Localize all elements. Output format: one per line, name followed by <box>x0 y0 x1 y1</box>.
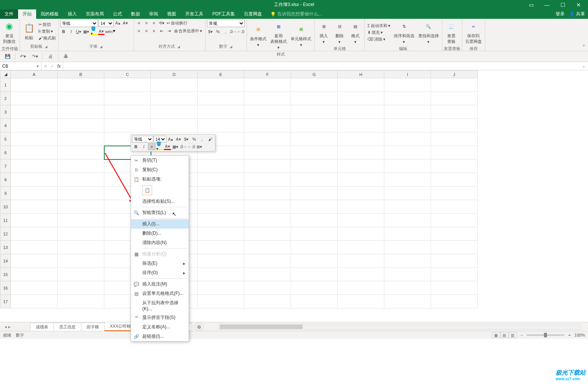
paste-button[interactable]: 📋 粘贴 <box>21 21 37 41</box>
row-header-11[interactable]: 11 <box>0 214 11 227</box>
mini-dec-decimal[interactable]: ←.0 <box>187 143 195 150</box>
sheet-tab-employees[interactable]: 员工信息 <box>53 323 81 331</box>
fill-button[interactable]: ⬇填充▾ <box>366 29 391 36</box>
menu-data[interactable]: 数据 <box>126 9 145 19</box>
menu-view[interactable]: 视图 <box>163 9 181 19</box>
phonetic-button[interactable]: wén <box>105 28 112 35</box>
context-filter[interactable]: 筛选(E)▶ <box>131 259 189 268</box>
print-preview-button[interactable]: 🖨 <box>46 52 55 61</box>
mini-font-name[interactable]: 等线 <box>132 136 153 143</box>
save-button[interactable]: 💾 <box>3 52 12 61</box>
font-name-select[interactable]: 等线 <box>60 20 98 27</box>
paste-option-default[interactable]: 📋 <box>142 185 152 195</box>
font-size-select[interactable]: 14 <box>99 20 114 27</box>
border-button[interactable]: ▦▾ <box>83 28 90 35</box>
row-header-17[interactable]: 17 <box>0 295 11 308</box>
align-center-button[interactable]: ≡ <box>143 27 150 34</box>
number-dialog-launcher[interactable]: ◢ <box>229 45 233 49</box>
italic-button[interactable]: I <box>68 28 75 35</box>
menu-pagelayout[interactable]: 页面布局 <box>81 9 108 19</box>
mini-currency[interactable]: $▾ <box>183 136 190 143</box>
fx-icon[interactable]: fx <box>57 64 61 69</box>
align-bottom-button[interactable]: ≡ <box>151 20 157 26</box>
context-delete[interactable]: 删除(D)... <box>131 229 189 238</box>
cell-styles-button[interactable]: ▦单元格样式▾ <box>289 23 313 48</box>
row-header-14[interactable]: 14 <box>0 254 11 268</box>
number-format-select[interactable]: 常规 <box>207 20 245 27</box>
sheet-tab-tianzige[interactable]: 田字格 <box>81 323 105 331</box>
format-as-table-button[interactable]: ▦套用 表格格式▾ <box>269 20 288 51</box>
col-header-d[interactable]: D <box>151 71 198 78</box>
expand-formula-bar-button[interactable]: ⌄ <box>582 63 586 68</box>
row-header-7[interactable]: 7 <box>0 159 11 173</box>
context-hyperlink[interactable]: 🔗超链接(I)... <box>131 332 189 341</box>
increase-indent-button[interactable]: ⇥ <box>166 27 172 34</box>
sheet-nav-buttons[interactable]: ◂ ▸ <box>0 324 15 329</box>
redo-button[interactable]: ↷▾ <box>30 52 40 61</box>
alignment-dialog-launcher[interactable]: ◢ <box>177 45 181 49</box>
new-sheet-button[interactable]: ⊕ <box>195 323 204 331</box>
mini-border[interactable]: ▦▾ <box>172 143 179 150</box>
font-dialog-launcher[interactable]: ◢ <box>99 45 103 49</box>
menu-baidu[interactable]: 百度网盘 <box>239 9 267 19</box>
context-cut[interactable]: ✂剪切(T) <box>131 156 189 165</box>
mini-fill-color[interactable]: 🪣▾ <box>156 143 163 150</box>
zoom-slider[interactable] <box>527 334 564 336</box>
context-insert[interactable]: 插入(I)... <box>131 219 189 229</box>
row-header-1[interactable]: 1 <box>0 78 11 92</box>
col-header-h[interactable]: H <box>338 71 384 78</box>
context-define-name[interactable]: 定义名称(A)... <box>131 322 189 332</box>
scrollbar-thumb[interactable] <box>220 325 303 329</box>
zoom-out-button[interactable]: − <box>521 333 523 337</box>
row-header-8[interactable]: 8 <box>0 173 11 187</box>
col-header-i[interactable]: I <box>384 71 431 78</box>
zoom-in-button[interactable]: + <box>568 333 570 337</box>
tell-me-search[interactable]: 💡 告诉我您想要做什么... <box>270 9 322 19</box>
row-header-2[interactable]: 2 <box>0 92 11 105</box>
mini-font-color[interactable]: A▾ <box>164 143 171 150</box>
menu-file[interactable]: 文件 <box>0 9 18 19</box>
enter-formula-icon[interactable]: ✓ <box>50 64 54 69</box>
login-link[interactable]: 登录 <box>556 11 565 17</box>
row-header-3[interactable]: 3 <box>0 105 11 119</box>
col-header-j[interactable]: J <box>431 71 478 78</box>
align-right-button[interactable]: ≡ <box>151 27 157 34</box>
mini-italic[interactable]: I <box>140 143 148 150</box>
mini-bold[interactable]: B <box>132 143 140 150</box>
cut-button[interactable]: ✂ 剪切 <box>37 21 57 28</box>
row-header-10[interactable]: 10 <box>0 200 11 214</box>
row-header-4[interactable]: 4 <box>0 119 11 132</box>
col-header-f[interactable]: F <box>244 71 291 78</box>
underline-button[interactable]: U▾ <box>75 28 82 35</box>
mini-merge[interactable]: ⊞▾ <box>195 143 203 150</box>
find-select-button[interactable]: 🔍查找和选择▾ <box>417 20 440 45</box>
col-header-g[interactable]: G <box>291 71 338 78</box>
currency-button[interactable]: $▾ <box>207 28 214 35</box>
comma-button[interactable]: , <box>222 28 229 35</box>
mini-increase-font[interactable]: A▴ <box>167 136 174 143</box>
insert-cells-button[interactable]: ⊞插入▾ <box>316 20 331 45</box>
select-all-corner[interactable]: ◢ <box>0 71 11 78</box>
ribbon-display-icon[interactable]: ▭ <box>526 2 536 8</box>
cell[interactable] <box>11 78 58 92</box>
context-show-phonetic[interactable]: ᵂ显示拼音字段(S) <box>131 313 189 322</box>
clear-button[interactable]: ⌫清除▾ <box>366 36 391 42</box>
font-color-button[interactable]: A▾ <box>98 28 105 35</box>
clipboard-dialog-launcher[interactable]: ◢ <box>44 45 48 49</box>
menu-home[interactable]: 开始 <box>18 9 36 19</box>
row-header-12[interactable]: 12 <box>0 227 11 241</box>
row-header-5[interactable]: 5 <box>0 132 11 146</box>
wrap-text-button[interactable]: ↩自动换行 <box>166 20 189 26</box>
format-cells-button[interactable]: ▤格式▾ <box>348 20 363 45</box>
sheet-tab-scores[interactable]: 成绩表 <box>30 323 54 331</box>
horizontal-scrollbar[interactable] <box>219 324 580 330</box>
autosum-button[interactable]: Σ自动求和▾ <box>366 23 391 29</box>
row-header-6[interactable]: 6 <box>0 146 11 159</box>
menu-mytemplates[interactable]: 我的模板 <box>36 9 63 19</box>
col-header-c[interactable]: C <box>104 71 151 78</box>
minimize-button[interactable]: — <box>542 2 552 8</box>
undo-button[interactable]: ↶▾ <box>18 52 27 61</box>
formula-bar[interactable]: ⌄ <box>63 62 588 70</box>
orientation-button[interactable]: ⟲▾ <box>158 20 165 26</box>
mini-comma[interactable]: , <box>198 136 206 143</box>
